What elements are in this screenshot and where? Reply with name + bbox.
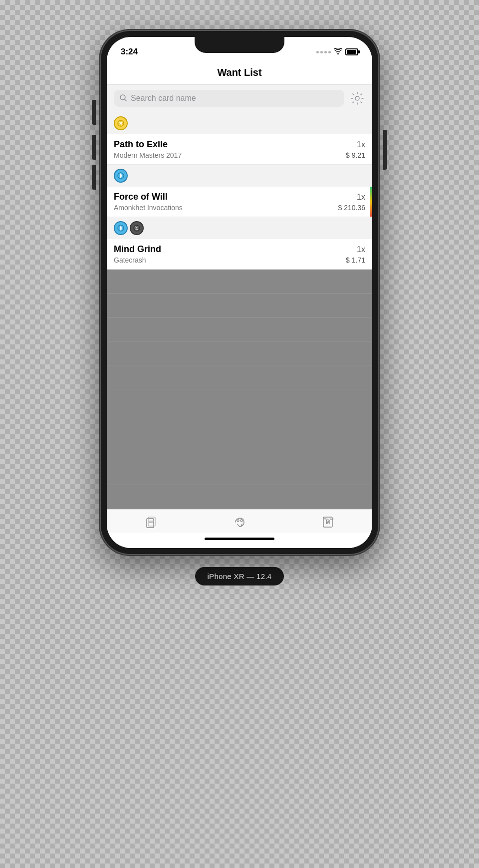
- tab-bar: M Wanted: [107, 509, 372, 533]
- card-qty: 1x: [357, 245, 365, 254]
- mana-row-blue: [107, 165, 372, 187]
- search-icon: [120, 94, 127, 103]
- device-label: iPhone XR — 12.4: [195, 567, 283, 585]
- empty-row: [107, 437, 372, 461]
- wantlist-icon: M Wanted: [320, 515, 335, 530]
- card-row-force-of-will[interactable]: Force of Will 1x Amonkhet Invocations $ …: [107, 187, 372, 217]
- svg-point-2: [355, 96, 359, 100]
- search-bar: Search card name: [107, 85, 372, 112]
- signal-icon: [316, 51, 331, 53]
- home-bar: [205, 538, 274, 540]
- card-row-mind-grind[interactable]: Mind Grind 1x Gatecrash $ 1.71: [107, 239, 372, 270]
- svg-text:Wanted: Wanted: [324, 518, 334, 521]
- empty-row: [107, 461, 372, 485]
- empty-row: [107, 413, 372, 437]
- empty-row: [107, 485, 372, 509]
- card-qty: 1x: [357, 140, 365, 149]
- wifi-icon: [334, 48, 342, 56]
- battery-icon: [345, 48, 358, 55]
- page-title: Want List: [217, 67, 261, 78]
- phone-frame: 3:24: [100, 30, 379, 555]
- mana-black-symbol: [130, 221, 144, 235]
- tab-wantlist[interactable]: M Wanted: [320, 515, 335, 530]
- card-qty: 1x: [357, 193, 365, 202]
- svg-point-19: [237, 520, 239, 522]
- search-input[interactable]: Search card name: [131, 94, 196, 103]
- card-price: $ 1.71: [346, 256, 365, 264]
- card-set: Amonkhet Invocations: [114, 204, 183, 212]
- price-indicator-bar: [370, 187, 372, 217]
- svg-point-13: [135, 227, 136, 228]
- settings-icon[interactable]: [349, 90, 365, 106]
- empty-row: [107, 341, 372, 365]
- search-input-wrapper[interactable]: Search card name: [114, 90, 344, 107]
- mana-row-white: [107, 112, 372, 134]
- card-set: Gatecrash: [114, 256, 146, 264]
- mana-white-symbol: [114, 116, 128, 130]
- status-icons: [316, 48, 358, 56]
- card-list: Path to Exile 1x Modern Masters 2017 $ 9…: [107, 112, 372, 509]
- trades-icon: [232, 515, 247, 530]
- tab-trades[interactable]: [232, 515, 247, 530]
- card-name: Path to Exile: [114, 139, 168, 150]
- page-header: Want List: [107, 63, 372, 85]
- card-price: $ 9.21: [346, 151, 365, 159]
- card-name: Mind Grind: [114, 244, 161, 255]
- empty-area: [107, 270, 372, 509]
- collection-icon: [144, 515, 159, 530]
- svg-point-14: [138, 227, 139, 228]
- empty-row: [107, 365, 372, 389]
- empty-row: [107, 270, 372, 293]
- status-time: 3:24: [121, 47, 138, 57]
- notch: [195, 37, 284, 53]
- mana-blue-symbol: [114, 169, 128, 183]
- mana-row-blue-black: [107, 217, 372, 239]
- svg-point-20: [240, 520, 242, 522]
- svg-line-1: [125, 99, 127, 101]
- empty-row: [107, 293, 372, 317]
- svg-point-12: [136, 227, 138, 229]
- phone-screen: 3:24: [107, 37, 372, 548]
- empty-row: [107, 389, 372, 413]
- card-price: $ 210.36: [338, 204, 366, 212]
- empty-row: [107, 317, 372, 341]
- card-set: Modern Masters 2017: [114, 151, 182, 159]
- tab-collection[interactable]: [144, 515, 159, 530]
- home-indicator: [107, 533, 372, 548]
- card-row-path-to-exile[interactable]: Path to Exile 1x Modern Masters 2017 $ 9…: [107, 134, 372, 165]
- mana-blue-symbol-2: [114, 221, 128, 235]
- card-name: Force of Will: [114, 192, 168, 202]
